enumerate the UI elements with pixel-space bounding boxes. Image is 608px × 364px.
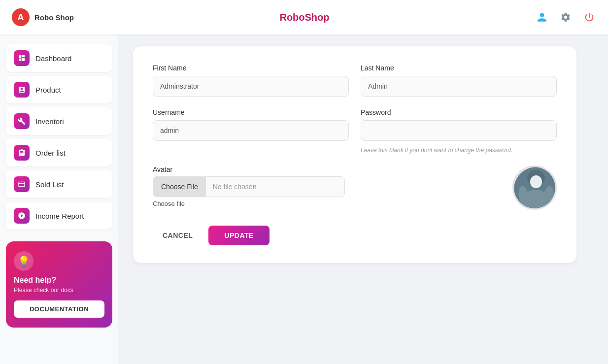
last-name-group: Last Name <box>361 64 557 97</box>
header: A Robo Shop RoboShop <box>0 0 608 34</box>
username-label: Username <box>153 108 349 116</box>
sidebar-item-inventori[interactable]: Inventori <box>6 107 112 135</box>
logo-icon: A <box>12 8 30 26</box>
sidebar-item-dashboard-label: Dashboard <box>35 54 71 63</box>
header-left: A Robo Shop <box>12 8 74 26</box>
gear-icon[interactable] <box>559 10 573 24</box>
sidebar-item-dashboard[interactable]: Dashboard <box>6 44 112 72</box>
main-content: First Name Last Name Username Password L <box>118 34 608 364</box>
svg-point-5 <box>530 175 542 188</box>
avatar-preview <box>512 165 557 210</box>
file-name-display: No file chosen <box>206 177 344 197</box>
brand-name: RoboShop <box>279 12 329 23</box>
password-input[interactable] <box>361 120 557 141</box>
help-subtitle: Please check our docs <box>14 287 104 294</box>
sold-list-icon <box>14 176 30 192</box>
avatar-row: Avatar Choose File No file chosen Choose… <box>153 165 557 210</box>
choose-file-label: Choose file <box>153 200 493 207</box>
sidebar-item-income-report[interactable]: Income Report <box>6 202 112 230</box>
sidebar-item-order-list-label: Order list <box>35 149 66 157</box>
income-report-icon <box>14 208 30 224</box>
credentials-row: Username Password Leave this blank if yo… <box>153 108 557 154</box>
cancel-button[interactable]: CANCEL <box>153 226 203 245</box>
header-right <box>535 10 596 24</box>
first-name-input[interactable] <box>153 76 349 97</box>
username-input[interactable] <box>153 120 349 141</box>
sidebar-item-order-list[interactable]: Order list <box>6 139 112 166</box>
password-label: Password <box>361 108 557 116</box>
username-group: Username <box>153 108 349 154</box>
product-icon <box>14 82 30 98</box>
avatar-label: Avatar <box>153 165 493 173</box>
sidebar-item-sold-list-label: Sold List <box>35 180 64 189</box>
buttons-row: CANCEL UPDATE <box>153 226 557 245</box>
user-icon[interactable] <box>535 10 549 24</box>
update-button[interactable]: UPDATE <box>208 226 270 245</box>
form-card: First Name Last Name Username Password L <box>133 46 576 263</box>
file-input-wrapper: Choose File No file chosen <box>153 176 345 197</box>
help-icon: 💡 <box>14 251 34 271</box>
order-list-icon <box>14 145 30 161</box>
sidebar-item-inventori-label: Inventori <box>35 117 64 126</box>
password-group: Password Leave this blank if you dont wa… <box>361 108 557 154</box>
help-title: Need help? <box>14 276 104 285</box>
sidebar-item-product-label: Product <box>35 86 61 94</box>
avatar-upload-group: Avatar Choose File No file chosen Choose… <box>153 165 493 207</box>
first-name-group: First Name <box>153 64 349 97</box>
layout: Dashboard Product Inventori Order list S… <box>0 34 608 364</box>
last-name-input[interactable] <box>361 76 557 97</box>
sidebar-item-income-report-label: Income Report <box>35 212 84 220</box>
power-icon[interactable] <box>582 10 596 24</box>
last-name-label: Last Name <box>361 64 557 72</box>
sidebar-item-sold-list[interactable]: Sold List <box>6 170 112 198</box>
choose-file-button[interactable]: Choose File <box>153 177 206 197</box>
dashboard-icon <box>14 50 30 66</box>
app-name: Robo Shop <box>34 13 74 22</box>
sidebar-item-product[interactable]: Product <box>6 76 112 103</box>
sidebar: Dashboard Product Inventori Order list S… <box>0 34 118 364</box>
first-name-label: First Name <box>153 64 349 72</box>
name-row: First Name Last Name <box>153 64 557 97</box>
inventori-icon <box>14 113 30 129</box>
documentation-button[interactable]: DOCUMENTATION <box>14 300 104 318</box>
password-hint: Leave this blank if you dont want to cha… <box>361 147 557 154</box>
help-card: 💡 Need help? Please check our docs DOCUM… <box>6 241 112 328</box>
